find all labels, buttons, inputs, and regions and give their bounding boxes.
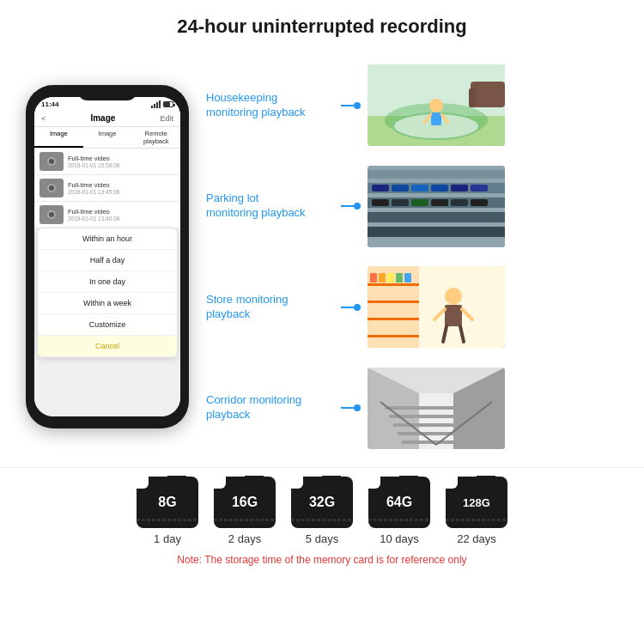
svg-rect-37 [396, 273, 403, 283]
svg-rect-24 [411, 199, 428, 206]
monitoring-label-store: Store monitoringplayback [206, 293, 339, 322]
dropdown-item-customize[interactable]: Customize [38, 314, 177, 336]
svg-rect-34 [370, 273, 377, 283]
svg-rect-9 [469, 88, 476, 107]
list-item: Full-time video 2019-01-01 13:40:08 [34, 202, 180, 228]
thumbnail [39, 205, 64, 224]
svg-rect-16 [372, 185, 389, 191]
list-item: Full-time video 2019-01-01 15:58:08 [34, 149, 180, 175]
connector-corridor [341, 404, 361, 411]
svg-rect-50 [389, 415, 483, 418]
edit-button[interactable]: Edit [160, 114, 173, 123]
svg-rect-49 [385, 406, 488, 410]
photo-parking [368, 166, 505, 247]
sd-card-body: 64G [368, 477, 430, 528]
sd-days-label: 5 days [306, 532, 338, 545]
svg-rect-14 [368, 212, 505, 222]
svg-rect-51 [393, 423, 479, 427]
thumbnail [39, 179, 64, 197]
sd-capacity-label: 64G [386, 495, 412, 510]
list-date: 2019-01-01 15:58:08 [68, 162, 119, 168]
sd-card-32g: 32G 5 days [291, 477, 353, 545]
sd-card-body: 128G [446, 477, 507, 528]
phone-nav-bar: < Image Edit [34, 110, 180, 127]
svg-rect-38 [404, 273, 411, 283]
parking-svg [368, 166, 505, 247]
svg-rect-21 [471, 185, 488, 191]
sd-cards-row: 8G 1 day 16G 2 days 32G 5 days 64G 10 da… [137, 477, 507, 545]
list-date: 2019-01-01 13:40:08 [68, 216, 119, 222]
svg-rect-53 [402, 440, 471, 444]
svg-rect-40 [445, 305, 462, 326]
thumbnail [39, 152, 64, 171]
list-item: Full-time video 2019-01-01 13:45:06 [34, 175, 180, 202]
sd-card-notch [368, 477, 380, 489]
sd-card-body: 16G [214, 477, 276, 528]
sd-section: 8G 1 day 16G 2 days 32G 5 days 64G 10 da… [0, 467, 644, 570]
dropdown-item-hour[interactable]: Within an hour [38, 228, 177, 250]
sd-capacity-label: 32G [309, 495, 335, 510]
connector-store [341, 304, 361, 311]
sd-capacity-label: 8G [158, 495, 176, 510]
back-button[interactable]: < [41, 114, 46, 123]
time-filter-dropdown[interactable]: Within an hour Half a day In one day Wit… [38, 228, 177, 357]
svg-rect-30 [368, 283, 419, 286]
nav-title: Image [90, 113, 115, 123]
svg-rect-35 [379, 273, 386, 283]
sd-card-body: 8G [137, 477, 198, 528]
store-svg [368, 266, 505, 348]
svg-point-4 [429, 99, 443, 112]
monitoring-row-housekeeping: Housekeepingmonitoring playback [206, 64, 627, 146]
svg-rect-15 [368, 227, 505, 237]
dropdown-item-week[interactable]: Within a week [38, 293, 177, 314]
battery-icon [163, 101, 173, 107]
cancel-button[interactable]: Cancel [38, 336, 177, 357]
sd-card-8g: 8G 1 day [137, 477, 198, 545]
svg-rect-17 [392, 185, 409, 191]
sd-card-16g: 16G 2 days [214, 477, 276, 545]
tab-image[interactable]: Image [34, 127, 83, 148]
monitoring-label-housekeeping: Housekeepingmonitoring playback [206, 91, 339, 120]
sd-card-128g: 128G 22 days [446, 477, 507, 545]
dropdown-item-oneday[interactable]: In one day [38, 271, 177, 293]
status-time: 11:44 [41, 100, 58, 108]
phone-notch [77, 85, 137, 100]
tab-image2[interactable]: Image [83, 127, 132, 148]
monitoring-row-corridor: Corridor monitoringplayback [206, 368, 627, 449]
svg-rect-31 [368, 301, 419, 303]
monitoring-panel: Housekeepingmonitoring playback [206, 46, 627, 467]
sd-card-notch [137, 477, 149, 489]
sd-days-label: 1 day [154, 532, 181, 545]
phone-screen: 11:44 < [34, 97, 180, 416]
monitoring-row-store: Store monitoringplayback [206, 266, 627, 348]
corridor-svg [368, 368, 505, 449]
svg-rect-36 [387, 273, 394, 283]
sd-days-label: 22 days [457, 532, 496, 545]
tab-remote-playback[interactable]: Remote playback [131, 127, 180, 148]
svg-rect-5 [431, 112, 441, 125]
sd-days-label: 2 days [228, 532, 261, 545]
svg-rect-11 [368, 170, 505, 179]
sd-capacity-label: 128G [463, 496, 490, 509]
list-item-text: Full-time video 2019-01-01 13:45:06 [68, 181, 119, 195]
main-content: 11:44 < [0, 46, 644, 467]
monitoring-label-corridor: Corridor monitoringplayback [206, 393, 339, 422]
svg-rect-23 [392, 199, 409, 206]
sd-days-label: 10 days [380, 532, 419, 545]
svg-rect-33 [368, 335, 419, 337]
svg-rect-25 [431, 199, 448, 206]
svg-rect-52 [398, 432, 475, 435]
sd-card-notch [291, 477, 303, 489]
dropdown-item-halfday[interactable]: Half a day [38, 250, 177, 271]
list-title: Full-time video [68, 181, 119, 189]
svg-rect-26 [451, 199, 468, 206]
sd-card-64g: 64G 10 days [368, 477, 430, 545]
svg-rect-32 [368, 318, 419, 320]
list-title: Full-time video [68, 155, 119, 162]
sd-capacity-label: 16G [232, 495, 258, 510]
connector-housekeeping [341, 102, 361, 109]
phone-tabs: Image Image Remote playback [34, 127, 180, 149]
svg-rect-18 [411, 185, 428, 191]
photo-corridor [368, 368, 505, 449]
photo-housekeeping [368, 64, 505, 146]
